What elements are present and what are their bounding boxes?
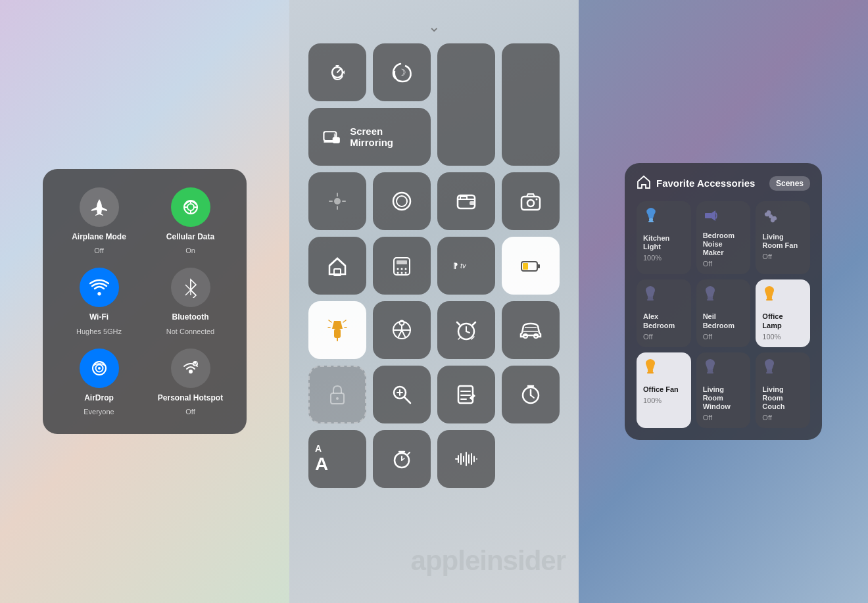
svg-point-41 (401, 268, 403, 270)
do-not-disturb-tile[interactable]: ☽ (373, 43, 431, 101)
brightness-tile[interactable] (308, 172, 366, 230)
text-size-tile[interactable]: A A (308, 430, 366, 488)
svg-point-63 (336, 397, 339, 400)
alex-bedroom-icon (643, 286, 685, 308)
control-center-grid: ☽ Screen Mirroring (301, 43, 567, 488)
screen-lock-tile[interactable] (308, 366, 366, 423)
conn-item-airdrop[interactable]: AirDrop Everyone (59, 349, 139, 416)
neil-bedroom-name: Neil Bedroom (703, 312, 744, 329)
office-lamp-status: 100% (762, 333, 804, 341)
svg-marker-96 (711, 210, 715, 221)
bedroom-noise-icon (703, 208, 744, 228)
appleinsider-watermark: appleinsider (411, 545, 566, 577)
flashlight-tile[interactable] (308, 301, 366, 359)
alarm-tile[interactable] (437, 301, 495, 359)
living-room-couch-status: Off (762, 414, 804, 422)
office-fan-icon (643, 359, 685, 381)
wifi-label: Wi-Fi (89, 312, 108, 322)
accessibility-tile[interactable] (373, 301, 431, 359)
acc-tile-office-lamp[interactable]: Office Lamp 100% (756, 279, 810, 347)
rotation-lock-tile[interactable] (308, 43, 366, 101)
svg-rect-94 (648, 221, 654, 222)
svg-rect-49 (537, 264, 540, 268)
bedroom-noise-name: Bedroom Noise Maker (703, 231, 744, 258)
acc-tile-neil-bedroom[interactable]: Neil Bedroom Off (696, 279, 751, 347)
svg-point-21 (334, 198, 341, 205)
svg-rect-95 (705, 213, 711, 218)
conn-item-airplane[interactable]: Airplane Mode Off (59, 187, 139, 254)
acc-tile-living-room-fan[interactable]: Living Room Fan Off (756, 201, 810, 275)
home-header-icon (637, 175, 651, 192)
timer-tile[interactable] (502, 366, 560, 423)
hotspot-icon (171, 349, 210, 388)
svg-text:☽: ☽ (398, 67, 406, 78)
notes-tile[interactable] (437, 366, 495, 423)
conn-item-wifi[interactable]: Wi-Fi Hughes 5GHz (59, 268, 139, 335)
acc-tile-living-room-window[interactable]: Living Room Window Off (696, 352, 751, 429)
calculator-tile[interactable] (373, 237, 431, 295)
svg-rect-20 (333, 137, 339, 143)
office-fan-name: Office Fan (643, 385, 685, 394)
airdrop-icon (80, 349, 119, 388)
svg-rect-106 (708, 370, 713, 372)
living-room-couch-icon (762, 359, 804, 381)
acc-tile-kitchen-light[interactable]: Kitchen Light 100% (637, 201, 691, 275)
record-tile[interactable] (373, 172, 431, 230)
wifi-sublabel: Hughes 5GHz (76, 327, 122, 335)
wallet-tile[interactable] (437, 172, 495, 230)
svg-point-43 (397, 272, 399, 274)
acc-tile-bedroom-noise[interactable]: Bedroom Noise Maker Off (696, 201, 751, 275)
acc-tile-living-room-couch[interactable]: Living Room Couch Off (756, 352, 810, 429)
acc-tile-office-fan[interactable]: Office Fan 100% (637, 352, 691, 429)
svg-text:⁋: ⁋ (453, 262, 458, 270)
kitchen-light-name: Kitchen Light (643, 234, 685, 251)
accessories-grid: Kitchen Light 100% Bedroom Noise Maker O… (637, 201, 810, 429)
airplane-sublabel: Off (94, 247, 103, 254)
panel-home-accessories: Favorite Accessories Scenes Kitchen Ligh… (579, 0, 868, 603)
panel-control-center: ⌄ ☽ (289, 0, 579, 603)
battery-tile[interactable] (502, 237, 560, 295)
bedroom-noise-status: Off (703, 260, 744, 268)
svg-line-59 (466, 331, 470, 333)
neil-bedroom-icon (703, 286, 744, 308)
svg-rect-107 (707, 372, 713, 374)
kitchen-light-icon (643, 208, 685, 230)
voice-memos-tile[interactable] (437, 430, 495, 488)
svg-point-11 (98, 367, 101, 370)
svg-point-44 (401, 272, 403, 274)
conn-item-hotspot[interactable]: Personal Hotspot Off (150, 349, 231, 416)
scenes-button[interactable]: Scenes (769, 176, 810, 191)
zoom-tile[interactable] (373, 366, 431, 423)
camera-tile[interactable] (502, 172, 560, 230)
svg-rect-98 (648, 297, 653, 299)
stopwatch-tile[interactable] (373, 430, 431, 488)
carplay-tile[interactable] (502, 301, 560, 359)
svg-point-36 (536, 199, 538, 201)
neil-bedroom-status: Off (703, 333, 744, 341)
conn-item-cellular[interactable]: Cellular Data On (150, 187, 231, 254)
screen-mirroring-tile[interactable]: Screen Mirroring (308, 108, 431, 166)
bluetooth-icon (171, 268, 210, 307)
airdrop-label: AirDrop (84, 393, 114, 402)
bluetooth-label: Bluetooth (172, 312, 209, 322)
home-tile[interactable] (308, 237, 366, 295)
appletv-tile[interactable]: ⁋ tv (437, 237, 495, 295)
svg-line-75 (531, 395, 534, 398)
living-room-window-status: Off (703, 414, 744, 422)
svg-point-1 (187, 204, 194, 210)
svg-point-26 (393, 193, 410, 210)
top-right-tile-1[interactable] (437, 43, 495, 166)
conn-item-bluetooth[interactable]: Bluetooth Not Connected (150, 268, 231, 335)
living-room-window-name: Living Room Window (703, 385, 744, 412)
svg-rect-108 (767, 370, 772, 372)
office-lamp-name: Office Lamp (762, 312, 804, 329)
svg-point-42 (405, 268, 407, 270)
living-room-couch-name: Living Room Couch (762, 385, 804, 412)
acc-tile-alex-bedroom[interactable]: Alex Bedroom Off (637, 279, 691, 347)
airdrop-sublabel: Everyone (84, 408, 114, 416)
office-fan-status: 100% (643, 397, 685, 404)
top-right-tile-2[interactable] (502, 43, 560, 166)
bluetooth-sublabel: Not Connected (166, 327, 214, 335)
dismiss-chevron[interactable]: ⌄ (428, 18, 440, 36)
screen-mirroring-label: Screen Mirroring (350, 126, 418, 148)
